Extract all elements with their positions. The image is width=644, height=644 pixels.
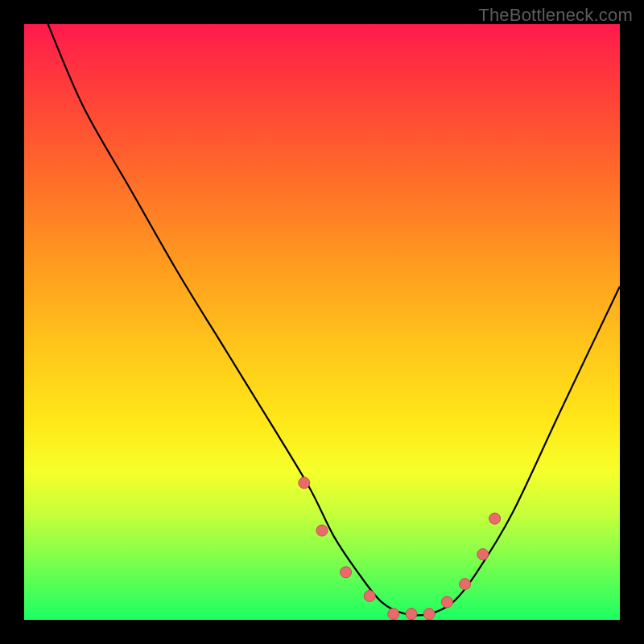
highlight-dot	[388, 609, 399, 620]
highlight-dot	[489, 513, 501, 524]
watermark-text: TheBottleneck.com	[478, 5, 633, 26]
highlight-dot	[423, 609, 435, 620]
highlight-dot	[477, 549, 489, 560]
bottleneck-curve	[48, 24, 620, 615]
highlight-dot	[316, 525, 328, 536]
highlight-dot	[299, 477, 310, 489]
curve-layer	[24, 24, 620, 620]
highlight-dot	[364, 590, 375, 601]
highlight-dot	[441, 597, 452, 608]
highlight-dot	[460, 579, 471, 590]
chart-frame: TheBottleneck.com	[0, 0, 644, 644]
highlight-dot	[406, 609, 417, 620]
highlight-dots	[299, 477, 501, 620]
plot-area	[24, 24, 620, 620]
highlight-dot	[341, 567, 352, 578]
